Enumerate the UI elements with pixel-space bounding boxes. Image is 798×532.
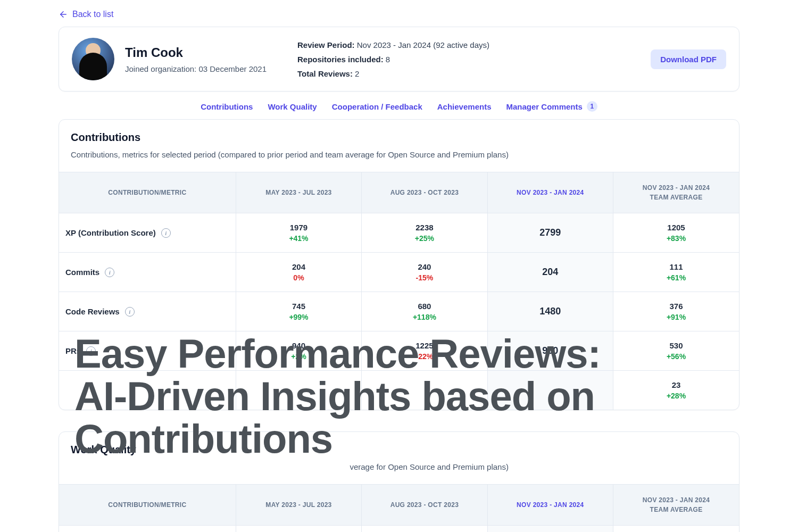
- manager-comments-count-badge: 1: [587, 101, 597, 112]
- metric-value-cell: 23+28%: [613, 371, 739, 410]
- metric-delta: +2%: [243, 352, 355, 361]
- metric-name-cell: Cycle Timei: [59, 526, 236, 533]
- table-row: Cycle Timei42d 19h 5min+32%132d 19h 5min…: [59, 526, 739, 533]
- metric-value: 2238: [415, 223, 433, 232]
- metric-delta: +83%: [620, 234, 733, 243]
- metric-value-cell: [487, 371, 613, 410]
- info-icon[interactable]: i: [125, 307, 135, 317]
- metric-label: Code Reviews: [65, 307, 120, 316]
- profile-joined: Joined organization: 03 December 2021: [125, 64, 267, 73]
- metric-value-cell: 1480: [487, 292, 613, 331]
- metric-value: 204: [292, 262, 305, 271]
- col-metric: CONTRIBUTION/METRIC: [59, 172, 236, 213]
- metric-value: 960: [542, 345, 558, 356]
- metric-value-cell: 940+2%: [236, 331, 361, 371]
- table-row: PRsi940+2%1225-22%960530+56%: [59, 331, 739, 371]
- col-team: NOV 2023 - JAN 2024TEAM AVERAGE: [613, 172, 739, 213]
- metric-name-cell: XP (Contribution Score)i: [59, 213, 236, 253]
- metric-label: PRs: [65, 346, 81, 355]
- arrow-left-icon: [59, 10, 68, 19]
- metric-value-cell: [362, 371, 487, 410]
- contributions-table: CONTRIBUTION/METRIC MAY 2023 - JUL 2023 …: [59, 172, 739, 410]
- metric-value-cell: 111+61%: [613, 253, 739, 292]
- col-period1: MAY 2023 - JUL 2023: [236, 485, 361, 526]
- metric-name-cell: Commitsi: [59, 253, 236, 292]
- metric-delta: +99%: [243, 313, 355, 321]
- tab-work-quality[interactable]: Work Quality: [268, 101, 317, 112]
- metric-value: 530: [670, 341, 683, 350]
- col-metric: CONTRIBUTION/METRIC: [59, 485, 236, 526]
- metric-delta: +118%: [368, 313, 480, 321]
- work-quality-table: CONTRIBUTION/METRIC MAY 2023 - JUL 2023 …: [59, 484, 739, 532]
- metric-value-cell: 1205+83%: [613, 213, 739, 253]
- info-icon[interactable]: i: [86, 346, 96, 356]
- review-period: Review Period: Nov 2023 - Jan 2024 (92 a…: [297, 40, 638, 49]
- section-subtitle: Contributions, metrics for selected peri…: [71, 462, 727, 471]
- col-team: NOV 2023 - JAN 2024TEAM AVERAGE: [613, 485, 739, 526]
- tab-manager-comments[interactable]: Manager Comments 1: [506, 101, 597, 112]
- metric-value: 1205: [667, 223, 685, 232]
- metric-value-cell: 57d 5h 11min+16%: [613, 526, 739, 533]
- metric-value-cell: 745+99%: [236, 292, 361, 331]
- metric-value-cell: 1979+41%: [236, 213, 361, 253]
- metric-delta: +56%: [620, 352, 733, 361]
- metric-value-cell: 240-15%: [362, 253, 487, 292]
- metric-delta: 0%: [243, 273, 355, 282]
- info-icon[interactable]: i: [161, 228, 171, 238]
- info-icon[interactable]: i: [105, 268, 114, 277]
- metric-value-cell: 42d 19h 5min+32%: [236, 526, 361, 533]
- metric-value: 940: [292, 341, 305, 350]
- metric-value-cell: 680+118%: [362, 292, 487, 331]
- metric-name-cell: [59, 371, 236, 410]
- metric-value-cell: 1225-22%: [362, 331, 487, 371]
- profile-name: Tim Cook: [125, 45, 267, 60]
- metric-value-cell: 56d 7h 31min: [487, 526, 613, 533]
- table-row: Commitsi2040%240-15%204111+61%: [59, 253, 739, 292]
- tabs: Contributions Work Quality Cooperation /…: [59, 92, 739, 119]
- metric-value: 1979: [290, 223, 307, 232]
- contributions-section: Contributions Contributions, metrics for…: [59, 119, 739, 410]
- total-reviews: Total Reviews: 2: [297, 69, 638, 78]
- metric-value: 204: [542, 267, 558, 277]
- metric-value-cell: 2238+25%: [362, 213, 487, 253]
- metric-value: 111: [670, 262, 683, 271]
- metric-label: XP (Contribution Score): [65, 228, 156, 237]
- tab-cooperation[interactable]: Cooperation / Feedback: [332, 101, 422, 112]
- metric-value: 1225: [415, 341, 433, 350]
- profile-card: Tim Cook Joined organization: 03 Decembe…: [59, 27, 739, 92]
- metric-name-cell: Code Reviewsi: [59, 292, 236, 331]
- metric-value-cell: 960: [487, 331, 613, 371]
- col-current: NOV 2023 - JAN 2024: [487, 485, 613, 526]
- repos-included: Repositories included: 8: [297, 55, 638, 64]
- metric-value-cell: [236, 371, 361, 410]
- tab-achievements[interactable]: Achievements: [437, 101, 492, 112]
- metric-value: 240: [418, 262, 431, 271]
- table-row: XP (Contribution Score)i1979+41%2238+25%…: [59, 213, 739, 253]
- col-period1: MAY 2023 - JUL 2023: [236, 172, 361, 213]
- metric-value-cell: 530+56%: [613, 331, 739, 371]
- download-pdf-button[interactable]: Download PDF: [651, 49, 726, 69]
- section-title: Contributions: [71, 131, 727, 144]
- metric-value: 1480: [539, 306, 561, 317]
- metric-value: 23: [672, 380, 681, 389]
- metric-value: 745: [292, 302, 305, 311]
- metric-delta: +91%: [620, 313, 733, 321]
- metric-value-cell: 204: [487, 253, 613, 292]
- col-current: NOV 2023 - JAN 2024: [487, 172, 613, 213]
- metric-delta: +28%: [620, 392, 733, 400]
- work-quality-section: Work Quality Contributions, metrics for …: [59, 431, 739, 532]
- table-row: Code Reviewsi745+99%680+118%1480376+91%: [59, 292, 739, 331]
- col-period2: AUG 2023 - OCT 2023: [362, 485, 487, 526]
- col-period2: AUG 2023 - OCT 2023: [362, 172, 487, 213]
- metric-value-cell: 376+91%: [613, 292, 739, 331]
- section-subtitle: Contributions, metrics for selected peri…: [71, 150, 727, 159]
- metric-value: 2799: [539, 227, 561, 238]
- tab-contributions[interactable]: Contributions: [201, 101, 253, 112]
- metric-value-cell: 132d 19h 5min-58%: [362, 526, 487, 533]
- metric-delta: +61%: [620, 273, 733, 282]
- metric-label: Commits: [65, 268, 99, 277]
- avatar: [72, 38, 114, 80]
- metric-delta: +25%: [368, 234, 480, 243]
- metric-value: 680: [418, 302, 431, 311]
- back-to-list-link[interactable]: Back to list: [59, 0, 113, 27]
